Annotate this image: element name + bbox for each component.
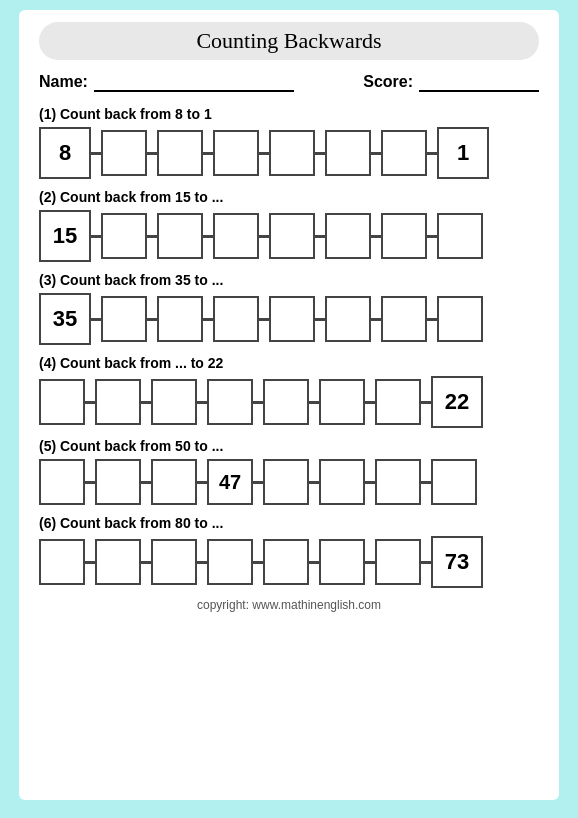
chain-box-6-7[interactable]: 73 (431, 536, 483, 588)
question-label-4: (4) Count back from ... to 22 (39, 355, 539, 371)
question-label-2: (2) Count back from 15 to ... (39, 189, 539, 205)
chain-box-4-5[interactable] (319, 379, 365, 425)
chain-box-2-5[interactable] (325, 213, 371, 259)
questions-container: (1) Count back from 8 to 181(2) Count ba… (39, 106, 539, 588)
page-title: Counting Backwards (196, 28, 381, 53)
chain-box-1-5[interactable] (325, 130, 371, 176)
name-underline[interactable] (94, 72, 294, 92)
connector-1-2 (147, 152, 157, 155)
chain-box-3-3[interactable] (213, 296, 259, 342)
connector-3-2 (147, 318, 157, 321)
chain-box-5-3[interactable]: 47 (207, 459, 253, 505)
chain-box-4-1[interactable] (95, 379, 141, 425)
connector-4-6 (365, 401, 375, 404)
chain-box-3-5[interactable] (325, 296, 371, 342)
question-label-5: (5) Count back from 50 to ... (39, 438, 539, 454)
chain-box-4-6[interactable] (375, 379, 421, 425)
chain-box-6-3[interactable] (207, 539, 253, 585)
connector-2-7 (427, 235, 437, 238)
chain-box-1-4[interactable] (269, 130, 315, 176)
connector-6-4 (253, 561, 263, 564)
chain-box-4-3[interactable] (207, 379, 253, 425)
chain-box-1-6[interactable] (381, 130, 427, 176)
connector-4-4 (253, 401, 263, 404)
chain-box-5-5[interactable] (319, 459, 365, 505)
chain-box-4-2[interactable] (151, 379, 197, 425)
chain-box-5-1[interactable] (95, 459, 141, 505)
chain-box-3-2[interactable] (157, 296, 203, 342)
connector-5-6 (365, 481, 375, 484)
chain-box-3-6[interactable] (381, 296, 427, 342)
chain-box-6-2[interactable] (151, 539, 197, 585)
number-chain-3: 35 (39, 293, 539, 345)
question-2: (2) Count back from 15 to ...15 (39, 189, 539, 262)
score-underline[interactable] (419, 72, 539, 92)
chain-box-5-2[interactable] (151, 459, 197, 505)
chain-box-2-2[interactable] (157, 213, 203, 259)
connector-2-6 (371, 235, 381, 238)
question-5: (5) Count back from 50 to ...47 (39, 438, 539, 505)
chain-box-1-0[interactable]: 8 (39, 127, 91, 179)
connector-4-5 (309, 401, 319, 404)
chain-box-1-1[interactable] (101, 130, 147, 176)
connector-4-1 (85, 401, 95, 404)
chain-box-1-3[interactable] (213, 130, 259, 176)
title-bar: Counting Backwards (39, 22, 539, 60)
chain-box-6-1[interactable] (95, 539, 141, 585)
chain-box-5-4[interactable] (263, 459, 309, 505)
chain-box-4-7[interactable]: 22 (431, 376, 483, 428)
connector-3-6 (371, 318, 381, 321)
chain-box-5-6[interactable] (375, 459, 421, 505)
number-chain-2: 15 (39, 210, 539, 262)
chain-box-5-0[interactable] (39, 459, 85, 505)
chain-box-2-3[interactable] (213, 213, 259, 259)
connector-3-3 (203, 318, 213, 321)
chain-box-2-1[interactable] (101, 213, 147, 259)
connector-5-3 (197, 481, 207, 484)
connector-1-1 (91, 152, 101, 155)
score-field-group: Score: (363, 72, 539, 92)
connector-3-1 (91, 318, 101, 321)
connector-6-2 (141, 561, 151, 564)
chain-box-3-1[interactable] (101, 296, 147, 342)
question-4: (4) Count back from ... to 2222 (39, 355, 539, 428)
chain-box-1-2[interactable] (157, 130, 203, 176)
chain-box-2-6[interactable] (381, 213, 427, 259)
chain-box-2-4[interactable] (269, 213, 315, 259)
connector-3-5 (315, 318, 325, 321)
connector-2-2 (147, 235, 157, 238)
chain-box-4-4[interactable] (263, 379, 309, 425)
connector-5-7 (421, 481, 431, 484)
connector-1-7 (427, 152, 437, 155)
connector-6-7 (421, 561, 431, 564)
connector-1-3 (203, 152, 213, 155)
connector-6-6 (365, 561, 375, 564)
connector-3-7 (427, 318, 437, 321)
chain-box-3-4[interactable] (269, 296, 315, 342)
chain-box-6-0[interactable] (39, 539, 85, 585)
connector-2-5 (315, 235, 325, 238)
connector-6-5 (309, 561, 319, 564)
chain-box-2-0[interactable]: 15 (39, 210, 91, 262)
question-label-3: (3) Count back from 35 to ... (39, 272, 539, 288)
chain-box-3-7[interactable] (437, 296, 483, 342)
connector-6-3 (197, 561, 207, 564)
chain-box-2-7[interactable] (437, 213, 483, 259)
name-field-group: Name: (39, 72, 294, 92)
question-label-1: (1) Count back from 8 to 1 (39, 106, 539, 122)
chain-box-3-0[interactable]: 35 (39, 293, 91, 345)
chain-box-6-5[interactable] (319, 539, 365, 585)
connector-1-5 (315, 152, 325, 155)
chain-box-5-7[interactable] (431, 459, 477, 505)
chain-box-6-6[interactable] (375, 539, 421, 585)
chain-box-6-4[interactable] (263, 539, 309, 585)
connector-2-1 (91, 235, 101, 238)
copyright-text: copyright: www.mathinenglish.com (39, 598, 539, 612)
score-label: Score: (363, 73, 413, 91)
chain-box-4-0[interactable] (39, 379, 85, 425)
connector-5-1 (85, 481, 95, 484)
number-chain-6: 73 (39, 536, 539, 588)
chain-box-1-7[interactable]: 1 (437, 127, 489, 179)
connector-5-5 (309, 481, 319, 484)
connector-1-4 (259, 152, 269, 155)
